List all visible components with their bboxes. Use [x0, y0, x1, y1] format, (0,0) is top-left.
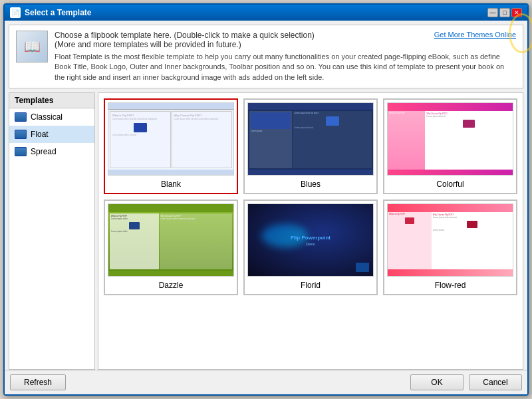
sidebar-header: Templates — [9, 93, 94, 108]
template-name-colorful: Colorful — [436, 178, 464, 190]
sidebar-item-float[interactable]: Float — [9, 126, 94, 143]
templates-area: What is Flip PDF? Lorem ipsum dolor sit … — [98, 92, 523, 370]
cancel-button[interactable]: Cancel — [469, 374, 522, 390]
bottom-bar: Refresh OK Cancel — [5, 370, 527, 394]
info-description: Float Template is the most flexible temp… — [55, 52, 516, 82]
info-header-text: Choose a flipbook template here. (Double… — [55, 31, 315, 49]
template-preview-florid: Flip Powerpoint Demo — [247, 203, 374, 277]
template-preview-flowred: What is Flip PDF? Why Choose Flip PDF? L… — [387, 203, 513, 277]
sidebar-item-classical[interactable]: Classical — [9, 108, 94, 126]
template-preview-blues: Lorem ipsum Lorem ipsum dolor sit amet L… — [247, 102, 374, 176]
template-name-dazzle: Dazzle — [159, 279, 184, 291]
dialog-window: 📄 Select a Template — □ ✕ 📖 Get More The… — [3, 3, 529, 396]
info-section: 📖 Get More Themes Online Choose a flipbo… — [9, 25, 523, 88]
sidebar: Templates Classical Float Spread — [9, 92, 95, 370]
template-florid[interactable]: Flip Powerpoint Demo Florid — [243, 200, 378, 295]
refresh-button[interactable]: Refresh — [10, 374, 66, 390]
btn-right-group: OK Cancel — [410, 374, 522, 390]
window-icon: 📄 — [10, 7, 21, 18]
sidebar-label-classical: Classical — [31, 112, 63, 122]
template-colorful[interactable]: What is Flip PDF? Why Choose Flip PDF? L… — [383, 98, 517, 194]
sidebar-label-float: Float — [31, 130, 49, 139]
template-name-flowred: Flow-red — [435, 279, 466, 291]
title-bar: 📄 Select a Template — □ ✕ — [5, 5, 527, 21]
template-preview-dazzle: What is Flip PDF? Lorem ipsum dolor Lore… — [108, 203, 234, 277]
templates-grid: What is Flip PDF? Lorem ipsum dolor sit … — [104, 98, 517, 295]
template-flowred[interactable]: What is Flip PDF? Why Choose Flip PDF? L… — [383, 200, 517, 295]
template-name-blank: Blank — [161, 178, 181, 190]
classical-icon — [15, 112, 27, 122]
get-more-themes-link[interactable]: Get More Themes Online — [434, 31, 516, 39]
float-icon — [15, 130, 27, 139]
template-blank[interactable]: What is Flip PDF? Lorem ipsum dolor sit … — [104, 98, 238, 194]
info-icon: 📖 — [16, 31, 48, 63]
template-dazzle[interactable]: What is Flip PDF? Lorem ipsum dolor Lore… — [104, 200, 238, 295]
info-content: Get More Themes Online Choose a flipbook… — [55, 31, 516, 82]
template-preview-colorful: What is Flip PDF? Why Choose Flip PDF? L… — [387, 102, 513, 176]
title-bar-left: 📄 Select a Template — [10, 7, 92, 18]
templates-grid-container[interactable]: What is Flip PDF? Lorem ipsum dolor sit … — [98, 93, 523, 369]
template-name-florid: Florid — [301, 279, 321, 291]
sidebar-label-spread: Spread — [31, 147, 57, 156]
template-blues[interactable]: Lorem ipsum Lorem ipsum dolor sit amet L… — [243, 98, 378, 194]
info-header: Get More Themes Online Choose a flipbook… — [55, 31, 516, 49]
ok-button[interactable]: OK — [410, 374, 464, 390]
window-title: Select a Template — [25, 8, 92, 17]
spread-icon — [15, 147, 27, 156]
minimize-button[interactable]: — — [487, 8, 498, 17]
sidebar-item-spread[interactable]: Spread — [9, 143, 94, 160]
maximize-button[interactable]: □ — [499, 8, 510, 17]
template-name-blues: Blues — [301, 178, 321, 190]
template-preview-blank: What is Flip PDF? Lorem ipsum dolor sit … — [108, 102, 234, 176]
main-content: Templates Classical Float Spread — [9, 92, 523, 370]
